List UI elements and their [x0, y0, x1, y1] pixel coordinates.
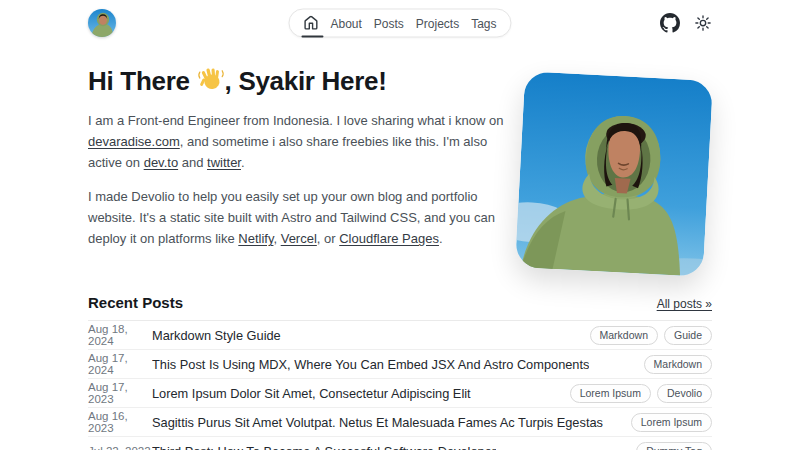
p2-text: .	[439, 231, 443, 246]
tag-badge[interactable]: Markdown	[644, 355, 712, 374]
post-tags: Dummy Tag	[636, 442, 712, 450]
link-cloudflare-pages[interactable]: Cloudflare Pages	[339, 231, 439, 246]
waving-hand-icon	[197, 66, 225, 94]
title-text-pre: Hi There	[88, 66, 197, 96]
title-text-post: , Syakir Here!	[225, 66, 387, 96]
hero-paragraph-1: I am a Front-end Engineer from Indonesia…	[88, 111, 518, 173]
p1-text: .	[241, 155, 245, 170]
tag-badge[interactable]: Lorem Ipsum	[631, 413, 712, 432]
p1-text: and	[178, 155, 207, 170]
recent-posts-heading: Recent Posts	[88, 294, 183, 311]
tag-badge[interactable]: Lorem Ipsum	[570, 384, 651, 403]
site-header: About Posts Projects Tags	[88, 8, 712, 38]
header-actions	[660, 13, 712, 33]
avatar-photo	[88, 9, 116, 37]
post-date: Aug 16, 2023	[88, 410, 152, 434]
hero-paragraph-2: I made Devolio to help you easily set up…	[88, 187, 518, 249]
post-tags: Lorem Ipsum Devolio	[570, 384, 712, 403]
post-row: Aug 17, 2023 Lorem Ipsum Dolor Sit Amet,…	[88, 379, 712, 408]
page-title: Hi There , Syakir Here!	[88, 66, 518, 97]
portrait-photo	[515, 71, 713, 277]
link-netlify[interactable]: Netlify	[238, 231, 273, 246]
recent-posts-section: Recent Posts All posts » Aug 18, 2024 Ma…	[88, 294, 712, 450]
post-title-link[interactable]: This Post Is Using MDX, Where You Can Em…	[152, 357, 589, 372]
tag-badge[interactable]: Markdown	[590, 326, 658, 345]
sun-icon	[694, 14, 712, 32]
nav-item-about[interactable]: About	[330, 16, 361, 30]
nav-active-indicator	[301, 36, 323, 38]
post-tags: Lorem Ipsum	[631, 413, 712, 432]
post-title-link[interactable]: Lorem Ipsum Dolor Sit Amet, Consectetur …	[152, 386, 471, 401]
post-date: Aug 18, 2024	[88, 323, 152, 347]
link-vercel[interactable]: Vercel	[281, 231, 317, 246]
link-twitter[interactable]: twitter	[207, 155, 241, 170]
post-row: Aug 16, 2023 Sagittis Purus Sit Amet Vol…	[88, 408, 712, 437]
nav-item-projects[interactable]: Projects	[416, 16, 459, 30]
post-title-link[interactable]: Third Post: How To Become A Succesful So…	[152, 444, 496, 450]
nav-home-link[interactable]	[303, 16, 318, 31]
avatar[interactable]	[88, 9, 116, 37]
post-tags: Markdown	[644, 355, 712, 374]
nav-item-tags[interactable]: Tags	[471, 16, 496, 30]
link-devto[interactable]: dev.to	[144, 155, 178, 170]
all-posts-link[interactable]: All posts »	[657, 297, 712, 311]
post-date: Aug 17, 2024	[88, 352, 152, 376]
post-date: Jul 22, 2022	[88, 445, 152, 450]
recent-posts-header: Recent Posts All posts »	[88, 294, 712, 321]
post-list: Aug 18, 2024 Markdown Style Guide Markdo…	[88, 321, 712, 450]
link-devaradise[interactable]: devaradise.com	[88, 134, 180, 149]
tag-badge[interactable]: Devolio	[657, 384, 712, 403]
home-icon	[303, 16, 318, 31]
tag-badge[interactable]: Guide	[664, 326, 712, 345]
github-button[interactable]	[660, 13, 680, 33]
portrait-photo-green-hoodie	[515, 71, 713, 277]
tag-badge[interactable]: Dummy Tag	[636, 442, 712, 450]
post-title-link[interactable]: Sagittis Purus Sit Amet Volutpat. Netus …	[152, 415, 603, 430]
p2-text: ,	[273, 231, 280, 246]
post-row: Aug 17, 2024 This Post Is Using MDX, Whe…	[88, 350, 712, 379]
post-tags: Markdown Guide	[590, 326, 712, 345]
hero-section: Hi There , Syakir Here! I am a Front-end…	[88, 64, 712, 272]
post-title-link[interactable]: Markdown Style Guide	[152, 328, 281, 343]
nav-item-posts[interactable]: Posts	[374, 16, 404, 30]
hero-copy: Hi There , Syakir Here! I am a Front-end…	[88, 64, 518, 264]
main-nav: About Posts Projects Tags	[288, 9, 511, 38]
p1-text: I am a Front-end Engineer from Indonesia…	[88, 113, 504, 128]
post-row: Jul 22, 2022 Third Post: How To Become A…	[88, 437, 712, 450]
post-row: Aug 18, 2024 Markdown Style Guide Markdo…	[88, 321, 712, 350]
page-container: About Posts Projects Tags Hi There , Sya…	[88, 8, 712, 450]
post-date: Aug 17, 2023	[88, 381, 152, 405]
github-icon	[660, 13, 680, 33]
theme-toggle-button[interactable]	[694, 14, 712, 32]
p2-text: , or	[317, 231, 339, 246]
